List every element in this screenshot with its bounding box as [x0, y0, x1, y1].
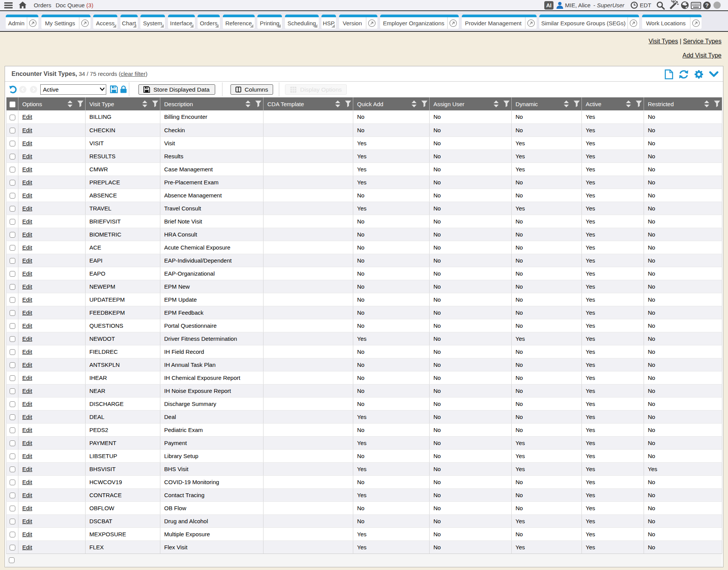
svg-text:?: ? [705, 2, 708, 8]
